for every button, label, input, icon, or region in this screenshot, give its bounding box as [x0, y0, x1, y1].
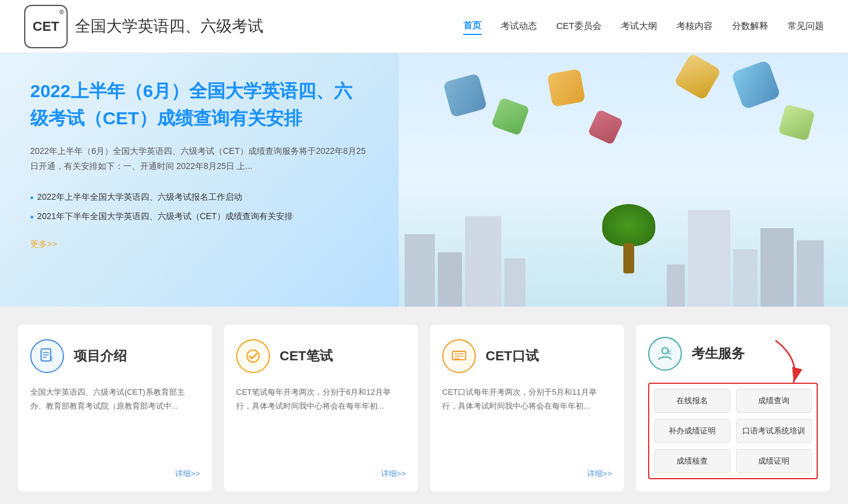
nav-item-home[interactable]: 首页: [463, 18, 481, 35]
icon-service: [648, 337, 682, 371]
logo-text: CET: [33, 19, 59, 34]
header: CET 全国大学英语四、六级考试 首页 考试动态 CET委员会 考试大纲 考核内…: [0, 0, 848, 53]
logo-area: CET 全国大学英语四、六级考试: [24, 5, 263, 48]
list-item[interactable]: 2021年下半年全国大学英语四、六级考试（CET）成绩查询有关安排: [30, 208, 368, 227]
service-btn-cert-reissue[interactable]: 补办成绩证明: [654, 419, 730, 443]
hero-title: 2022上半年（6月）全国大学英语四、六级考试（CET）成绩查询有关安排: [30, 77, 368, 132]
hero-more-link[interactable]: 更多>>: [30, 239, 368, 250]
building-3: [465, 216, 501, 307]
building-5: [797, 240, 824, 307]
card-project-intro: 项目介绍 全国大学英语四、六级考试(CET)系教育部主办、教育部教育考试院（原教…: [18, 325, 212, 491]
building-9: [667, 264, 685, 307]
card-link-oral[interactable]: 详细>>: [587, 468, 612, 479]
card-body-intro: 全国大学英语四、六级考试(CET)系教育部主办、教育部教育考试院（原教育部考试中…: [30, 385, 200, 461]
hero-illustration: [399, 53, 848, 307]
building-7: [733, 249, 757, 307]
building-1: [405, 234, 435, 307]
card-header-oral: CET口试: [442, 339, 612, 373]
nav-item-assessment[interactable]: 考核内容: [676, 18, 713, 34]
nav-item-score[interactable]: 分数解释: [732, 18, 768, 34]
card-header-intro: 项目介绍: [30, 339, 200, 373]
nav-item-syllabus[interactable]: 考试大纲: [621, 18, 657, 34]
card-link-written[interactable]: 详细>>: [381, 468, 406, 479]
card-cet-written: CET笔试 CET笔试每年开考两次，分别于6月和12月举行，具体考试时间我中心将…: [224, 325, 418, 491]
tree-trunk: [623, 243, 634, 273]
service-btn-score-verify[interactable]: 成绩核查: [654, 449, 730, 473]
svg-rect-4: [50, 356, 53, 361]
svg-rect-11: [666, 349, 672, 356]
icon-project-intro: [30, 339, 64, 373]
service-card-header: 考生服务: [648, 337, 818, 371]
card-body-oral: CET口试每年开考两次，分别于5月和11月举行，具体考试时间我中心将会在每年年初…: [442, 385, 612, 461]
cet-logo: CET: [24, 5, 68, 48]
nav-item-faq[interactable]: 常见问题: [788, 18, 824, 34]
service-card-title: 考生服务: [692, 345, 745, 363]
service-buttons-grid: 在线报名 成绩查询 补办成绩证明 口语考试系统培训 成绩核查 成绩证明: [648, 383, 818, 479]
card-service: 考生服务 在线报名 成绩查询 补办成绩证明 口语考试系统培训 成绩核查 成绩证明: [636, 325, 830, 491]
tree-foliage: [602, 204, 655, 246]
hero-list: 2022年上半年全国大学英语四、六级考试报名工作启动 2021年下半年全国大学英…: [30, 188, 368, 227]
service-btn-register[interactable]: 在线报名: [654, 389, 730, 413]
icon-cet-written: [236, 339, 270, 373]
building-8: [688, 210, 730, 307]
card-cet-oral: CET口试 CET口试每年开考两次，分别于5月和11月举行，具体考试时间我中心将…: [430, 325, 624, 491]
card-body-written: CET笔试每年开考两次，分别于6月和12月举行，具体考试时间我中心将会在每年年初…: [236, 385, 406, 461]
hero-banner: 2022上半年（6月）全国大学英语四、六级考试（CET）成绩查询有关安排 202…: [0, 53, 848, 307]
card-title-oral: CET口试: [486, 347, 539, 365]
icon-cet-oral: [442, 339, 476, 373]
deco-cube-3: [547, 69, 586, 107]
site-title: 全国大学英语四、六级考试: [75, 16, 263, 37]
service-grid-container: 在线报名 成绩查询 补办成绩证明 口语考试系统培训 成绩核查 成绩证明: [648, 383, 818, 479]
service-btn-score-query[interactable]: 成绩查询: [736, 389, 812, 413]
building-2: [438, 252, 462, 307]
nav-item-news[interactable]: 考试动态: [501, 18, 537, 34]
main-nav: 首页 考试动态 CET委员会 考试大纲 考核内容 分数解释 常见问题: [463, 18, 824, 35]
cards-section: 项目介绍 全国大学英语四、六级考试(CET)系教育部主办、教育部教育考试院（原教…: [0, 307, 848, 504]
hero-content: 2022上半年（6月）全国大学英语四、六级考试（CET）成绩查询有关安排 202…: [0, 53, 399, 307]
hero-summary: 2022年上半年（6月）全国大学英语四、六级考试（CET）成绩查询服务将于202…: [30, 144, 368, 174]
nav-item-committee[interactable]: CET委员会: [556, 18, 602, 34]
card-title-intro: 项目介绍: [74, 347, 127, 365]
list-item[interactable]: 2022年上半年全国大学英语四、六级考试报名工作启动: [30, 188, 368, 208]
card-title-written: CET笔试: [280, 347, 333, 365]
service-btn-score-cert[interactable]: 成绩证明: [736, 449, 812, 473]
building-4: [504, 258, 525, 307]
card-link-intro[interactable]: 详细>>: [175, 468, 200, 479]
building-6: [760, 228, 794, 307]
service-btn-oral-training[interactable]: 口语考试系统培训: [736, 419, 812, 443]
city-silhouette: [399, 210, 848, 307]
card-header-written: CET笔试: [236, 339, 406, 373]
